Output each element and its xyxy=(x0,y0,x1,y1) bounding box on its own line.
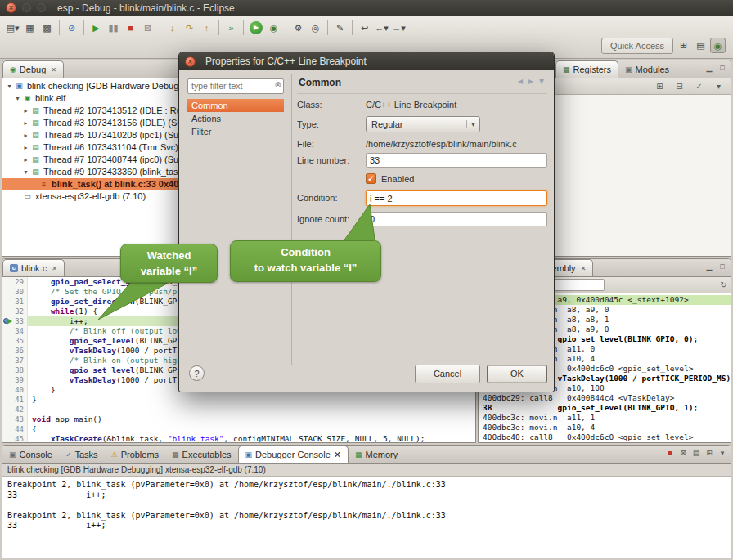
tab-problems[interactable]: ⚠Problems xyxy=(105,446,166,463)
close-tab-icon[interactable]: ✕ xyxy=(51,66,56,74)
external-tools-icon[interactable]: ⚙ xyxy=(290,20,306,36)
expander-icon[interactable]: ▸ xyxy=(21,129,30,141)
expander-icon[interactable]: ▸ xyxy=(21,141,30,154)
expander-icon[interactable]: ▸ xyxy=(21,117,30,129)
console-view: ▣Console✓Tasks⚠Problems▦Executables▣Debu… xyxy=(2,445,731,558)
expander-icon[interactable]: ▸ xyxy=(21,105,30,117)
tab-debug[interactable]: ◉ Debug ✕ xyxy=(2,60,64,78)
view-menu-icon[interactable]: ▾ xyxy=(711,78,726,94)
mark-occurrences-icon[interactable]: ✎ xyxy=(332,20,348,36)
expander-icon[interactable]: ▾ xyxy=(21,166,30,178)
cpp-perspective-icon[interactable]: ▤ xyxy=(693,38,708,53)
disassembly-row[interactable]: 400dbc40: call8 0x400dc6c0 <gpio_set_lev… xyxy=(479,432,731,442)
tab-debugger-console[interactable]: ▣Debugger Console✕ xyxy=(238,446,349,463)
suspend-icon[interactable]: ▮▮ xyxy=(106,20,121,36)
enabled-checkbox[interactable]: ✓ xyxy=(366,173,376,184)
clear-filter-icon[interactable]: ⊗ xyxy=(275,80,281,89)
close-tab-icon[interactable]: ✕ xyxy=(334,450,341,460)
last-edit-location-icon[interactable]: ↩ xyxy=(357,20,372,36)
ok-button[interactable]: OK xyxy=(487,365,547,383)
maximize-icon[interactable]: □ xyxy=(717,64,727,72)
expander-icon[interactable]: ▾ xyxy=(13,92,22,105)
debug-perspective-icon[interactable]: ◉ xyxy=(710,38,726,53)
tab-console[interactable]: ▣Console xyxy=(2,446,59,463)
code-line[interactable]: 41} xyxy=(2,395,475,405)
save-icon[interactable]: ▦ xyxy=(22,20,38,36)
pin-console-icon[interactable]: ⊞ xyxy=(704,449,714,457)
disassembly-row[interactable]: 39 vTaskDelay(1000 / portTICK_PERIOD_MS)… xyxy=(479,442,731,443)
terminate-icon[interactable]: ■ xyxy=(123,20,138,36)
layout-icon[interactable]: ✓ xyxy=(691,78,707,94)
disassembly-row[interactable]: 400dbc29: call8 0x400844c4 <vTaskDelay> xyxy=(479,393,731,403)
views-menu-icon[interactable]: ▾ xyxy=(539,75,544,87)
registers-toolbar: ⊞⊟✓▾ xyxy=(555,78,731,95)
clear-console-icon[interactable]: ▤ xyxy=(691,449,701,457)
dialog-nav-filter[interactable]: Filter xyxy=(187,125,284,138)
tab-blink-c[interactable]: c blink.c ✕ xyxy=(2,259,65,276)
minimize-icon[interactable]: ▁ xyxy=(704,262,714,271)
line-number: 42 xyxy=(12,405,28,414)
expander-icon[interactable]: ▸ xyxy=(21,154,30,166)
tab-registers[interactable]: ▦ Registers xyxy=(555,60,618,78)
instruction-stepping-icon[interactable]: » xyxy=(223,20,239,36)
code-line[interactable]: 43void app_main() xyxy=(2,414,475,424)
disassembly-row[interactable]: 38 gpio_set_level(BLINK_GPIO, 1); xyxy=(479,403,731,413)
line-marker-gutter xyxy=(2,434,12,443)
refresh-icon[interactable]: ↻ xyxy=(716,277,731,293)
filter-input[interactable] xyxy=(187,78,284,94)
save-all-icon[interactable]: ▩ xyxy=(39,20,55,36)
help-button[interactable]: ? xyxy=(189,365,205,381)
skip-all-breakpoints-icon[interactable]: ⊘ xyxy=(64,20,79,36)
tab-label: Problems xyxy=(121,450,159,459)
code-line[interactable]: 42 xyxy=(2,405,475,414)
back-icon[interactable]: ◂ xyxy=(518,75,523,87)
console-output[interactable]: Breakpoint 2, blink_task (pvParameter=0x… xyxy=(2,477,731,558)
remove-console-icon[interactable]: ⊠ xyxy=(678,449,688,457)
step-over-icon[interactable]: ↷ xyxy=(182,20,197,36)
tab-executables[interactable]: ▦Executables xyxy=(165,446,237,463)
show-type-names-icon[interactable]: ⊞ xyxy=(652,78,668,94)
expander-icon[interactable]: ▾ xyxy=(5,80,14,92)
disconnect-icon[interactable]: ⊠ xyxy=(140,20,155,36)
close-tab-icon[interactable]: ✕ xyxy=(52,265,57,272)
tab-tasks[interactable]: ✓Tasks xyxy=(59,446,105,463)
new-wizard-icon[interactable]: ▤▾ xyxy=(5,20,20,36)
dialog-nav-actions[interactable]: Actions xyxy=(187,112,284,125)
run-icon[interactable]: ▶ xyxy=(250,21,263,34)
terminate-icon[interactable]: ■ xyxy=(665,449,675,457)
search-icon[interactable]: ◎ xyxy=(308,20,323,36)
resume-icon[interactable]: ▶ xyxy=(88,20,104,36)
cancel-button[interactable]: Cancel xyxy=(415,365,480,383)
tree-item-label: Thread #6 1073431104 (Tmr Svc) (S xyxy=(43,141,190,154)
debug-icon[interactable]: ◉ xyxy=(266,20,281,36)
forward-icon[interactable]: ▸ xyxy=(528,75,533,87)
window-close-button[interactable]: × xyxy=(6,2,16,13)
forward-icon[interactable]: →▾ xyxy=(391,20,407,36)
maximize-icon[interactable]: □ xyxy=(717,262,727,271)
disassembly-row[interactable]: 400dbc3c: movi.n a11, 1 xyxy=(479,413,731,423)
type-dropdown[interactable]: Regular ▾ xyxy=(366,116,480,132)
registers-content[interactable] xyxy=(555,95,731,257)
window-maximize-button[interactable] xyxy=(37,3,46,12)
back-icon[interactable]: ←▾ xyxy=(374,20,389,36)
disassembly-row[interactable]: 400dbc3e: movi.n a10, 4 xyxy=(479,423,731,432)
tab-modules[interactable]: ▣ Modules xyxy=(618,60,676,78)
line-marker-gutter xyxy=(2,316,12,326)
tab-memory[interactable]: ▦Memory xyxy=(349,446,404,463)
code-line[interactable]: 45 xTaskCreate(&blink_task, "blink_task"… xyxy=(2,434,475,443)
condition-input[interactable] xyxy=(366,190,547,206)
line-number-input[interactable] xyxy=(366,153,547,168)
ignore-count-input[interactable] xyxy=(366,212,547,226)
minimize-icon[interactable]: ▁ xyxy=(704,64,714,72)
open-perspective-icon[interactable]: ⊞ xyxy=(676,38,691,53)
close-tab-icon[interactable]: ✕ xyxy=(581,265,587,272)
dialog-close-button[interactable]: × xyxy=(185,56,196,67)
dialog-nav-common[interactable]: Common xyxy=(187,99,284,112)
code-line[interactable]: 44{ xyxy=(2,424,475,434)
window-minimize-button[interactable] xyxy=(22,3,31,12)
quick-access-button[interactable]: Quick Access xyxy=(601,38,673,54)
view-menu-icon[interactable]: ▾ xyxy=(717,449,727,457)
step-return-icon[interactable]: ↑ xyxy=(199,20,214,36)
collapse-all-icon[interactable]: ⊟ xyxy=(672,78,687,94)
step-into-icon[interactable]: ↓ xyxy=(164,20,180,36)
